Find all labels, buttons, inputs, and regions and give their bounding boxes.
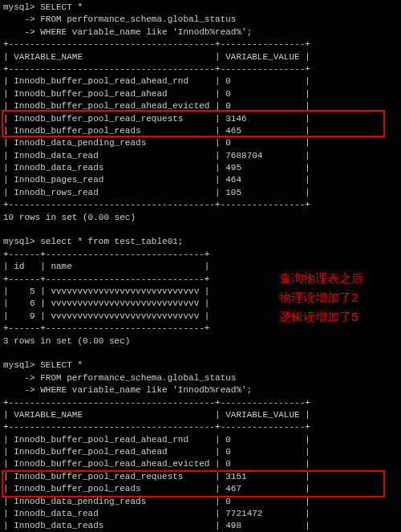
query2-line1: mysql> select * from test_table01;: [3, 236, 398, 248]
table1-footer: 10 rows in set (0.00 sec): [3, 212, 398, 224]
table3-row: | Innodb_buffer_pool_read_ahead_evicted …: [3, 458, 398, 470]
table2-row: | 5 | vvvvvvvvvvvvvvvvvvvvvvvvvvvv |: [3, 286, 398, 298]
table2-border-mid: +------+------------------------------+: [3, 274, 398, 286]
query1-line2: -> FROM performance_schema.global_status: [3, 14, 398, 26]
table1-border-mid: +---------------------------------------…: [3, 63, 398, 75]
query1-line1: mysql> SELECT *: [3, 2, 398, 14]
table3-row: | Innodb_buffer_pool_read_requests | 315…: [3, 471, 398, 483]
query1-line3: -> WHERE variable_name like 'Innodb%read…: [3, 26, 398, 39]
table3-border-mid: +---------------------------------------…: [3, 421, 398, 433]
table1-row: | Innodb_data_pending_reads | 0 |: [3, 137, 398, 149]
table2-border-top: +------+------------------------------+: [3, 249, 398, 261]
table1-row: | Innodb_pages_read | 464 |: [3, 174, 398, 186]
table1-row: | Innodb_data_read | 7688704 |: [3, 150, 398, 162]
table1-border-bottom: +---------------------------------------…: [3, 199, 398, 211]
table2-border-bottom: +------+------------------------------+: [3, 323, 398, 335]
table1-row: | Innodb_data_reads | 495 |: [3, 162, 398, 174]
table3-header: | VARIABLE_NAME | VARIABLE_VALUE |: [3, 409, 398, 421]
table2-footer: 3 rows in set (0.00 sec): [3, 335, 398, 347]
table3-row: | Innodb_buffer_pool_read_ahead | 0 |: [3, 446, 398, 458]
table3-row: | Innodb_data_reads | 498 |: [3, 520, 398, 532]
table1-row: | Innodb_buffer_pool_read_requests | 314…: [3, 113, 398, 125]
table2-header: | id | name |: [3, 261, 398, 273]
query3-line2: -> FROM performance_schema.global_status: [3, 372, 398, 384]
table3-row: | Innodb_data_read | 7721472 |: [3, 508, 398, 520]
query3-line3: -> WHERE variable_name like 'Innodb%read…: [3, 384, 398, 396]
query3-line1: mysql> SELECT *: [3, 359, 398, 372]
table1-row: | Innodb_buffer_pool_read_ahead | 0 |: [3, 88, 398, 100]
table1-border-top: +---------------------------------------…: [3, 39, 398, 51]
table2-row: | 9 | vvvvvvvvvvvvvvvvvvvvvvvvvvvv |: [3, 311, 398, 323]
table1-row: | Innodb_buffer_pool_reads | 465 |: [3, 125, 398, 137]
table1-row: | Innodb_rows_read | 105 |: [3, 187, 398, 199]
table3-row: | Innodb_buffer_pool_reads | 467 |: [3, 483, 398, 495]
table3-row: | Innodb_buffer_pool_read_ahead_rnd | 0 …: [3, 434, 398, 446]
blank-line: [3, 224, 398, 236]
table1-row: | Innodb_buffer_pool_read_ahead_evicted …: [3, 100, 398, 112]
table3-row: | Innodb_data_pending_reads | 0 |: [3, 496, 398, 508]
table1-row: | Innodb_buffer_pool_read_ahead_rnd | 0 …: [3, 75, 398, 87]
table1-header: | VARIABLE_NAME | VARIABLE_VALUE |: [3, 51, 398, 63]
table2-row: | 6 | vvvvvvvvvvvvvvvvvvvvvvvvvvvv |: [3, 298, 398, 310]
table3-border-top: +---------------------------------------…: [3, 397, 398, 409]
blank-line: [3, 347, 398, 359]
